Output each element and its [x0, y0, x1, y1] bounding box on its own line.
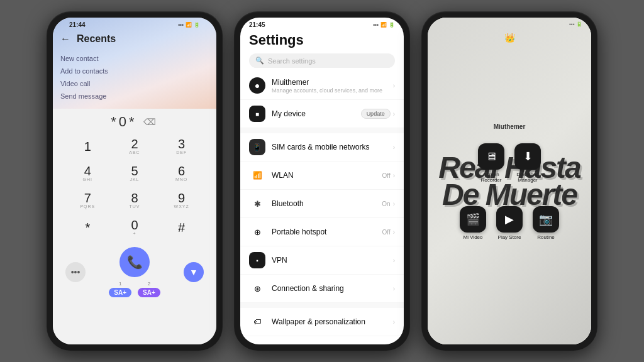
- settings-item-wallpaper[interactable]: 🏷 Wallpaper & personalization ›: [240, 308, 404, 336]
- key-6[interactable]: 6MNO: [159, 161, 204, 185]
- wlan-label: WLAN: [272, 171, 382, 180]
- key-3[interactable]: 3DEF: [159, 134, 204, 158]
- screen-recorder-label: ScreenRecorder: [481, 172, 502, 183]
- battery-icon-2: 🔋: [389, 22, 395, 28]
- download-label: DownloadManager: [516, 172, 539, 183]
- phone-1: 21:44 ▪▪▪ 📶 🔋 ← Recents New contact Add …: [47, 11, 223, 351]
- dialer-bottom: ••• 📞 1 SA+ 2 SA+: [65, 244, 204, 302]
- key-5[interactable]: 5JKL: [113, 161, 157, 185]
- recents-actions: New contact Add to contacts Video call S…: [60, 50, 209, 109]
- wlan-value: Off: [382, 172, 391, 179]
- key-8[interactable]: 8TUV: [113, 188, 157, 212]
- chevron-icon-hotspot: ›: [393, 229, 395, 236]
- wallpaper-text: Wallpaper & personalization: [272, 317, 393, 326]
- settings-item-aod[interactable]: 🔒 Always-on display & Lock ›: [240, 336, 404, 344]
- chevron-icon-device: ›: [393, 111, 395, 118]
- dialer-number: *0*: [111, 114, 136, 130]
- wallpaper-label: Wallpaper & personalization: [272, 317, 393, 326]
- action-send-message[interactable]: Send message: [60, 90, 209, 102]
- wlan-right: Off ›: [382, 172, 396, 179]
- wlan-icon: 📶: [249, 167, 265, 184]
- mydevice-right: Update ›: [361, 109, 395, 119]
- wifi-icon: 📶: [186, 22, 192, 28]
- connection-icon: ⊛: [249, 280, 265, 297]
- grunge-line2: De Muerte: [436, 181, 583, 208]
- phone-2: 21:45 ▪▪▪ 📶 🔋 Settings 🔍 Search settings…: [234, 11, 410, 351]
- wlan-text: WLAN: [272, 171, 382, 180]
- app-download-manager[interactable]: ⬇ DownloadManager: [514, 143, 541, 183]
- mydevice-text: My device: [272, 109, 361, 118]
- chevron-icon-vpn: ›: [393, 257, 395, 264]
- recents-title: Recents: [77, 33, 116, 45]
- homescreen-status-bar: 👑 ▪▪▪ 🔋: [428, 18, 591, 28]
- bluetooth-icon: ✱: [249, 195, 265, 212]
- contact-badge-2: SA+: [138, 288, 160, 297]
- key-4[interactable]: 4GHI: [65, 161, 110, 185]
- key-0[interactable]: 0+: [113, 215, 157, 239]
- app-mi-video[interactable]: 🎬 Mi Video: [460, 206, 486, 240]
- settings-item-bluetooth[interactable]: ✱ Bluetooth On ›: [240, 190, 404, 218]
- vpn-label: VPN: [272, 256, 393, 265]
- call-button[interactable]: 📞: [119, 247, 150, 277]
- action-add-contacts[interactable]: Add to contacts: [60, 65, 209, 77]
- wallpaper-right: ›: [393, 319, 395, 326]
- key-star[interactable]: *: [65, 215, 110, 239]
- settings-item-connection-sharing[interactable]: ⊛ Connection & sharing ›: [240, 275, 404, 303]
- shortcut-2[interactable]: 2 SA+: [138, 281, 160, 297]
- status-time-1: 21:44: [69, 21, 86, 28]
- mi-video-icon: 🎬: [460, 206, 486, 233]
- app-routine[interactable]: 📷 Routine: [533, 206, 559, 240]
- settings-divider-2: [240, 303, 404, 308]
- sim-text: SIM cards & mobile networks: [272, 143, 393, 151]
- key-9[interactable]: 9WXYZ: [159, 188, 204, 212]
- key-2[interactable]: 2ABC: [113, 134, 157, 158]
- key-hash[interactable]: #: [159, 215, 204, 239]
- settings-divider-1: [240, 128, 404, 133]
- settings-item-sim[interactable]: 📱 SIM cards & mobile networks ›: [240, 133, 404, 162]
- aod-icon: 🔒: [249, 342, 265, 344]
- vpn-right: ›: [393, 257, 395, 264]
- settings-item-vpn[interactable]: ▪ VPN ›: [240, 246, 404, 275]
- chevron-icon-conn: ›: [393, 285, 395, 292]
- search-icon: 🔍: [255, 57, 264, 65]
- app-grid-bottom: 🎬 Mi Video ▶ Play Store 📷 Routine: [460, 206, 559, 240]
- settings-item-mydevice[interactable]: ■ My device Update ›: [240, 100, 404, 128]
- status-time-2: 21:45: [249, 21, 265, 28]
- chevron-icon-wall: ›: [393, 319, 395, 326]
- chevron-icon-sim: ›: [393, 144, 395, 151]
- key-1[interactable]: 1: [65, 134, 110, 158]
- settings-page-title: Settings: [249, 32, 395, 48]
- app-grid-top: 🖥 ScreenRecorder ⬇ DownloadManager: [478, 143, 541, 183]
- key-7[interactable]: 7PQRS: [65, 188, 110, 212]
- vpn-icon: ▪: [249, 252, 265, 268]
- settings-search-bar[interactable]: 🔍 Search settings: [249, 53, 395, 68]
- screen-recorder-icon: 🖥: [478, 143, 504, 170]
- delete-button[interactable]: ⌫: [143, 117, 158, 127]
- update-badge[interactable]: Update: [361, 109, 391, 119]
- play-store-label: Play Store: [498, 234, 521, 240]
- app-play-store[interactable]: ▶ Play Store: [496, 206, 523, 240]
- back-button[interactable]: ←: [60, 33, 70, 45]
- battery-icon: 🔋: [194, 22, 200, 28]
- settings-item-hotspot[interactable]: ⊕ Portable hotspot Off ›: [240, 218, 404, 246]
- routine-label: Routine: [537, 234, 555, 240]
- home-status-right: ▪▪▪ 🔋: [569, 21, 582, 27]
- call-down-button[interactable]: ▼: [184, 262, 204, 282]
- dialer-display: *0* ⌫: [111, 114, 158, 130]
- hotspot-label: Portable hotspot: [272, 228, 382, 236]
- settings-item-miuithemer[interactable]: ● Miuithemer Manage accounts, cloud serv…: [240, 72, 404, 100]
- phone3-screen: 👑 ▪▪▪ 🔋 Real Hasta De Muerte Miuthemer 🖥…: [428, 18, 591, 344]
- settings-item-wlan[interactable]: 📶 WLAN Off ›: [240, 162, 404, 190]
- action-video-call[interactable]: Video call: [60, 77, 209, 90]
- shortcut-1[interactable]: 1 SA+: [109, 281, 131, 297]
- phone1-screen: 21:44 ▪▪▪ 📶 🔋 ← Recents New contact Add …: [53, 18, 216, 344]
- status-icons-1: ▪▪▪ 📶 🔋: [178, 22, 200, 28]
- wallpaper-icon: 🏷: [249, 314, 265, 330]
- app-screen-recorder[interactable]: 🖥 ScreenRecorder: [478, 143, 504, 183]
- recents-title-row: ← Recents: [60, 30, 209, 50]
- action-new-contact[interactable]: New contact: [60, 52, 209, 65]
- menu-button[interactable]: •••: [65, 262, 86, 282]
- settings-list: ● Miuithemer Manage accounts, cloud serv…: [240, 72, 404, 344]
- search-input[interactable]: Search settings: [268, 57, 316, 65]
- mydevice-label: My device: [272, 109, 361, 118]
